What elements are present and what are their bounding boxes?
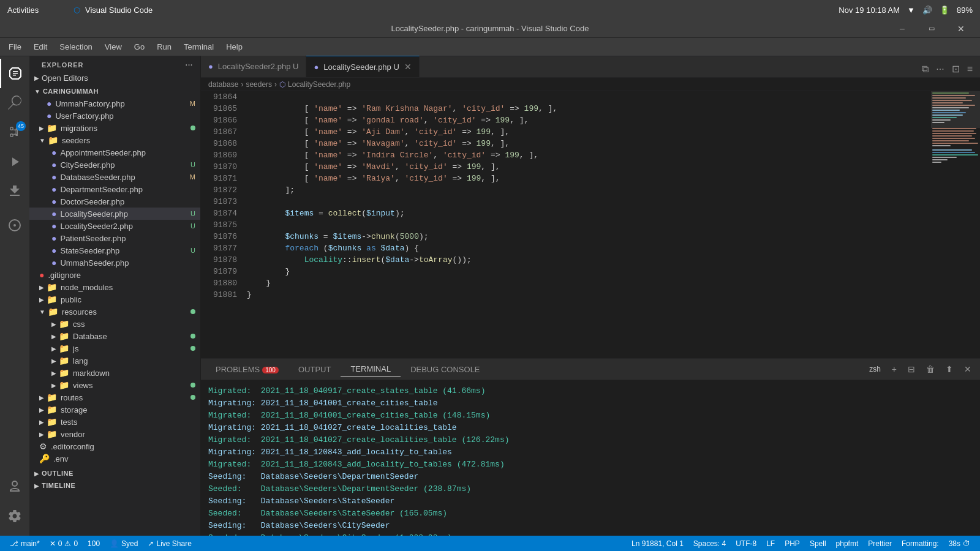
activity-accounts[interactable] [0, 472, 29, 501]
menu-help[interactable]: Help [220, 40, 249, 54]
status-errors[interactable]: ✕ 0 ⚠ 0 [45, 536, 83, 551]
tab-localityseeder2[interactable]: ● LocalitySeeder2.php U [201, 56, 306, 77]
folder-views[interactable]: ▶ 📁 views [29, 379, 200, 391]
folder-lang[interactable]: ▶ 📁 lang [29, 354, 200, 367]
folder-seeders[interactable]: ▼ 📁 seeders [29, 134, 200, 146]
minimize-button[interactable]: ─ [888, 20, 916, 38]
folder-vendor[interactable]: ▶ 📁 vendor [29, 428, 200, 440]
file-env[interactable]: 🔑 .env [29, 452, 200, 465]
breadcrumb-seeders[interactable]: seeders [246, 80, 272, 89]
sidebar-more-options[interactable]: ··· [186, 61, 193, 69]
folder-tests[interactable]: ▶ 📁 tests [29, 416, 200, 428]
close-button[interactable]: ✕ [947, 20, 975, 38]
code-editor[interactable]: 91864 91865 91866 91867 91868 91869 9187… [201, 91, 980, 358]
file-ummahseeder[interactable]: ● UmmahSeeder.php [29, 257, 200, 269]
tab-problems[interactable]: PROBLEMS100 [206, 362, 288, 377]
file-appointmentseeder[interactable]: ● AppointmentSeeder.php [29, 146, 200, 159]
tab-localityseeder[interactable]: ● LocalitySeeder.php U ✕ [306, 56, 419, 77]
file-ummahfactory[interactable]: ● UmmahFactory.php M [29, 97, 200, 110]
status-liveshare[interactable]: ↗ Live Share [143, 536, 196, 551]
php-icon: ● [47, 111, 51, 121]
file-departmentseeder[interactable]: ● DepartmentSeeder.php [29, 183, 200, 195]
tab-close-button[interactable]: ✕ [404, 62, 412, 72]
status-spell[interactable]: Spell [805, 536, 831, 551]
split-editor-icon[interactable]: ⧉ [919, 61, 931, 77]
activity-source-control[interactable]: 45 [0, 118, 29, 147]
spaces-label: Spaces: 4 [693, 539, 726, 548]
more-actions-icon[interactable]: ··· [933, 61, 946, 77]
file-databaseseeder[interactable]: ● DatabaseSeeder.php M [29, 171, 200, 183]
folder-storage[interactable]: ▶ 📁 storage [29, 403, 200, 416]
code-content[interactable]: [ 'name' => 'Ram Krishna Nagar', 'city_i… [244, 91, 931, 358]
outline-section[interactable]: ▶ OUTLINE [29, 467, 200, 479]
activity-search[interactable] [0, 88, 29, 118]
status-language[interactable]: PHP [780, 536, 805, 551]
status-spaces[interactable]: Spaces: 4 [688, 536, 731, 551]
menu-view[interactable]: View [99, 40, 128, 54]
layout-icon[interactable]: ⊡ [949, 61, 962, 77]
file-gitignore[interactable]: ● .gitignore [29, 269, 200, 281]
tab-debug-console[interactable]: DEBUG CONSOLE [401, 362, 489, 377]
file-localityseeder[interactable]: ● LocalitySeeder.php U [29, 208, 200, 220]
file-patientseeder[interactable]: ● PatientSeeder.php [29, 232, 200, 244]
terminal-split-button[interactable]: ⊟ [904, 363, 919, 375]
svg-rect-25 [932, 145, 951, 146]
timer-icon: ⏱ [963, 539, 970, 548]
menu-file[interactable]: File [2, 40, 28, 54]
folder-migrations[interactable]: ▶ 📁 migrations [29, 122, 200, 134]
menu-go[interactable]: Go [128, 40, 151, 54]
folder-js[interactable]: ▶ 📁 js [29, 342, 200, 354]
terminal-trash-button[interactable]: 🗑 [922, 363, 938, 375]
customize-layout-icon[interactable]: ≡ [965, 61, 975, 77]
file-userfactory[interactable]: ● UserFactory.php [29, 110, 200, 122]
timeline-section[interactable]: ▶ TIMELINE [29, 479, 200, 492]
status-problems[interactable]: 100 [83, 536, 105, 551]
file-doctorseeder[interactable]: ● DoctorSeeder.php [29, 195, 200, 208]
menu-terminal[interactable]: Terminal [178, 40, 220, 54]
folder-node-modules[interactable]: ▶ 📁 node_modules [29, 281, 200, 293]
menu-selection[interactable]: Selection [53, 40, 98, 54]
activity-remote[interactable] [0, 211, 29, 240]
menu-run[interactable]: Run [151, 40, 178, 54]
maximize-button[interactable]: ▭ [918, 20, 946, 38]
folder-chevron: ▶ [51, 345, 56, 352]
activity-run[interactable] [0, 147, 29, 176]
status-branch[interactable]: ⎇ main* [5, 536, 45, 551]
filename: .gitignore [48, 271, 80, 280]
status-line-ending[interactable]: LF [761, 536, 780, 551]
tab-output[interactable]: OUTPUT [288, 362, 341, 377]
status-encoding[interactable]: UTF-8 [731, 536, 761, 551]
folder-public[interactable]: ▶ 📁 public [29, 293, 200, 305]
status-prettier[interactable]: Prettier [863, 536, 897, 551]
activities-label[interactable]: Activities [7, 6, 39, 15]
tab-terminal[interactable]: TERMINAL [341, 362, 401, 377]
file-cityseeder[interactable]: ● CitySeeder.php U [29, 159, 200, 171]
svg-rect-26 [932, 149, 972, 151]
activity-extensions[interactable] [0, 176, 29, 206]
terminal-content[interactable]: Migrated: 2021_11_18_040917_create_state… [201, 380, 980, 536]
menu-edit[interactable]: Edit [28, 40, 53, 54]
terminal-maximize-button[interactable]: ⬆ [942, 363, 957, 375]
filename: tests [61, 418, 77, 427]
terminal-close-button[interactable]: ✕ [960, 363, 975, 375]
folder-css[interactable]: ▶ 📁 css [29, 318, 200, 330]
terminal-add-button[interactable]: + [888, 363, 900, 375]
file-editorconfig[interactable]: ⚙ .editorconfig [29, 440, 200, 452]
project-section[interactable]: ▼ CARINGUMMAH [29, 85, 200, 97]
activity-explorer[interactable] [0, 59, 29, 88]
status-user[interactable]: 👤 Syed [105, 536, 143, 551]
folder-routes[interactable]: ▶ 📁 routes [29, 391, 200, 403]
folder-database[interactable]: ▶ 📁 Database [29, 330, 200, 342]
folder-markdown[interactable]: ▶ 📁 markdown [29, 367, 200, 379]
status-phpfmt[interactable]: phpfmt [831, 536, 864, 551]
file-localityseeder2[interactable]: ● LocalitySeeder2.php U [29, 220, 200, 232]
php-icon: ● [51, 197, 56, 206]
breadcrumb-file[interactable]: LocalitySeeder.php [288, 80, 350, 89]
breadcrumb-database[interactable]: database [208, 80, 238, 89]
open-editors-section[interactable]: ▶ Open Editors [29, 71, 200, 85]
activity-settings[interactable] [0, 501, 29, 531]
file-stateseeder[interactable]: ● StateSeeder.php U [29, 244, 200, 257]
folder-resources[interactable]: ▼ 📁 resources [29, 305, 200, 318]
status-cursor[interactable]: Ln 91881, Col 1 [627, 536, 688, 551]
terminal-line: Seeded: Database\Seeders\StateSeeder (16… [208, 508, 973, 520]
